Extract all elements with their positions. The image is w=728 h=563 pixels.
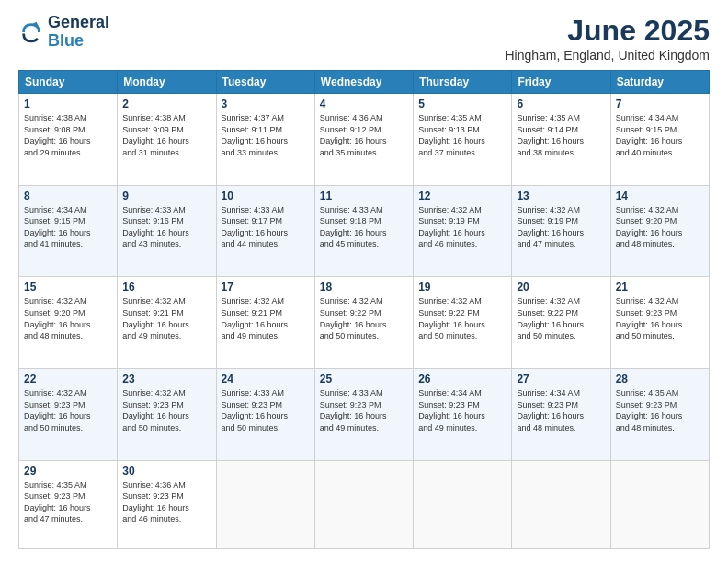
day-number: 20: [517, 281, 605, 293]
day-info: Sunrise: 4:32 AMSunset: 9:22 PMDaylight:…: [320, 295, 408, 341]
day-info: Sunrise: 4:34 AMSunset: 9:23 PMDaylight:…: [418, 387, 506, 433]
day-info: Sunrise: 4:32 AMSunset: 9:21 PMDaylight:…: [122, 295, 210, 341]
table-row: 22Sunrise: 4:32 AMSunset: 9:23 PMDayligh…: [19, 368, 118, 460]
table-row: 2Sunrise: 4:38 AMSunset: 9:09 PMDaylight…: [118, 94, 216, 186]
table-row: 1Sunrise: 4:38 AMSunset: 9:08 PMDaylight…: [19, 94, 118, 186]
day-info: Sunrise: 4:32 AMSunset: 9:22 PMDaylight:…: [517, 295, 605, 341]
day-number: 28: [616, 373, 704, 385]
table-row: 30Sunrise: 4:36 AMSunset: 9:23 PMDayligh…: [118, 460, 216, 548]
page: General Blue June 2025 Hingham, England,…: [0, 0, 728, 563]
day-number: 17: [222, 281, 310, 293]
table-row: 24Sunrise: 4:33 AMSunset: 9:23 PMDayligh…: [216, 368, 314, 460]
table-row: 28Sunrise: 4:35 AMSunset: 9:23 PMDayligh…: [610, 368, 709, 460]
table-row: [216, 460, 314, 548]
day-info: Sunrise: 4:34 AMSunset: 9:15 PMDaylight:…: [24, 204, 112, 250]
day-info: Sunrise: 4:32 AMSunset: 9:21 PMDaylight:…: [222, 295, 310, 341]
day-info: Sunrise: 4:32 AMSunset: 9:19 PMDaylight:…: [418, 204, 506, 250]
day-number: 26: [418, 373, 506, 385]
day-number: 3: [222, 98, 310, 110]
table-row: 6Sunrise: 4:35 AMSunset: 9:14 PMDaylight…: [512, 94, 610, 186]
table-row: 21Sunrise: 4:32 AMSunset: 9:23 PMDayligh…: [610, 277, 709, 369]
calendar-row: 8Sunrise: 4:34 AMSunset: 9:15 PMDaylight…: [19, 185, 710, 277]
table-row: 4Sunrise: 4:36 AMSunset: 9:12 PMDaylight…: [314, 94, 413, 186]
logo-icon: [18, 19, 44, 45]
day-number: 18: [320, 281, 408, 293]
day-info: Sunrise: 4:38 AMSunset: 9:08 PMDaylight:…: [24, 112, 112, 158]
calendar-row: 1Sunrise: 4:38 AMSunset: 9:08 PMDaylight…: [19, 94, 710, 186]
table-row: 29Sunrise: 4:35 AMSunset: 9:23 PMDayligh…: [19, 460, 118, 548]
day-number: 5: [418, 98, 506, 110]
table-row: 19Sunrise: 4:32 AMSunset: 9:22 PMDayligh…: [414, 277, 512, 369]
day-info: Sunrise: 4:38 AMSunset: 9:09 PMDaylight:…: [122, 112, 210, 158]
col-friday: Friday: [512, 71, 610, 94]
day-number: 8: [24, 190, 112, 202]
day-number: 23: [122, 373, 210, 385]
col-saturday: Saturday: [610, 71, 709, 94]
header: General Blue June 2025 Hingham, England,…: [18, 14, 710, 63]
day-info: Sunrise: 4:37 AMSunset: 9:11 PMDaylight:…: [222, 112, 310, 158]
day-number: 13: [517, 190, 605, 202]
table-row: 12Sunrise: 4:32 AMSunset: 9:19 PMDayligh…: [414, 185, 512, 277]
col-monday: Monday: [118, 71, 216, 94]
day-info: Sunrise: 4:36 AMSunset: 9:23 PMDaylight:…: [122, 479, 210, 525]
table-row: 27Sunrise: 4:34 AMSunset: 9:23 PMDayligh…: [512, 368, 610, 460]
table-row: 11Sunrise: 4:33 AMSunset: 9:18 PMDayligh…: [314, 185, 413, 277]
calendar-table: Sunday Monday Tuesday Wednesday Thursday…: [18, 70, 710, 549]
logo-line2: Blue: [48, 32, 109, 51]
day-info: Sunrise: 4:35 AMSunset: 9:23 PMDaylight:…: [616, 387, 704, 433]
table-row: 23Sunrise: 4:32 AMSunset: 9:23 PMDayligh…: [118, 368, 216, 460]
col-thursday: Thursday: [414, 71, 512, 94]
day-info: Sunrise: 4:33 AMSunset: 9:17 PMDaylight:…: [222, 204, 310, 250]
day-info: Sunrise: 4:33 AMSunset: 9:18 PMDaylight:…: [320, 204, 408, 250]
table-row: 18Sunrise: 4:32 AMSunset: 9:22 PMDayligh…: [314, 277, 413, 369]
day-info: Sunrise: 4:35 AMSunset: 9:13 PMDaylight:…: [418, 112, 506, 158]
day-info: Sunrise: 4:34 AMSunset: 9:23 PMDaylight:…: [517, 387, 605, 433]
day-info: Sunrise: 4:33 AMSunset: 9:16 PMDaylight:…: [122, 204, 210, 250]
day-info: Sunrise: 4:35 AMSunset: 9:14 PMDaylight:…: [517, 112, 605, 158]
calendar-row: 15Sunrise: 4:32 AMSunset: 9:20 PMDayligh…: [19, 277, 710, 369]
day-number: 1: [24, 98, 112, 110]
title-block: June 2025 Hingham, England, United Kingd…: [505, 14, 710, 63]
table-row: [610, 460, 709, 548]
day-number: 6: [517, 98, 605, 110]
day-info: Sunrise: 4:32 AMSunset: 9:20 PMDaylight:…: [616, 204, 704, 250]
table-row: 8Sunrise: 4:34 AMSunset: 9:15 PMDaylight…: [19, 185, 118, 277]
table-row: 7Sunrise: 4:34 AMSunset: 9:15 PMDaylight…: [610, 94, 709, 186]
table-row: 14Sunrise: 4:32 AMSunset: 9:20 PMDayligh…: [610, 185, 709, 277]
col-wednesday: Wednesday: [314, 71, 413, 94]
day-number: 19: [418, 281, 506, 293]
day-info: Sunrise: 4:32 AMSunset: 9:23 PMDaylight:…: [122, 387, 210, 433]
day-number: 24: [222, 373, 310, 385]
day-number: 25: [320, 373, 408, 385]
day-info: Sunrise: 4:33 AMSunset: 9:23 PMDaylight:…: [222, 387, 310, 433]
day-number: 15: [24, 281, 112, 293]
logo: General Blue: [18, 14, 109, 51]
logo-line1: General: [48, 14, 109, 32]
day-info: Sunrise: 4:32 AMSunset: 9:19 PMDaylight:…: [517, 204, 605, 250]
table-row: 3Sunrise: 4:37 AMSunset: 9:11 PMDaylight…: [216, 94, 314, 186]
table-row: 20Sunrise: 4:32 AMSunset: 9:22 PMDayligh…: [512, 277, 610, 369]
day-info: Sunrise: 4:36 AMSunset: 9:12 PMDaylight:…: [320, 112, 408, 158]
table-row: 16Sunrise: 4:32 AMSunset: 9:21 PMDayligh…: [118, 277, 216, 369]
day-number: 9: [122, 190, 210, 202]
day-number: 7: [616, 98, 704, 110]
month-title: June 2025: [505, 14, 710, 48]
table-row: [314, 460, 413, 548]
day-info: Sunrise: 4:32 AMSunset: 9:20 PMDaylight:…: [24, 295, 112, 341]
day-number: 10: [222, 190, 310, 202]
calendar-row: 22Sunrise: 4:32 AMSunset: 9:23 PMDayligh…: [19, 368, 710, 460]
day-number: 27: [517, 373, 605, 385]
day-info: Sunrise: 4:32 AMSunset: 9:22 PMDaylight:…: [418, 295, 506, 341]
table-row: 26Sunrise: 4:34 AMSunset: 9:23 PMDayligh…: [414, 368, 512, 460]
day-info: Sunrise: 4:32 AMSunset: 9:23 PMDaylight:…: [24, 387, 112, 433]
day-number: 4: [320, 98, 408, 110]
day-number: 22: [24, 373, 112, 385]
table-row: 10Sunrise: 4:33 AMSunset: 9:17 PMDayligh…: [216, 185, 314, 277]
day-info: Sunrise: 4:32 AMSunset: 9:23 PMDaylight:…: [616, 295, 704, 341]
day-info: Sunrise: 4:33 AMSunset: 9:23 PMDaylight:…: [320, 387, 408, 433]
table-row: 9Sunrise: 4:33 AMSunset: 9:16 PMDaylight…: [118, 185, 216, 277]
day-number: 29: [24, 465, 112, 477]
table-row: [512, 460, 610, 548]
table-row: [414, 460, 512, 548]
header-row: Sunday Monday Tuesday Wednesday Thursday…: [19, 71, 710, 94]
